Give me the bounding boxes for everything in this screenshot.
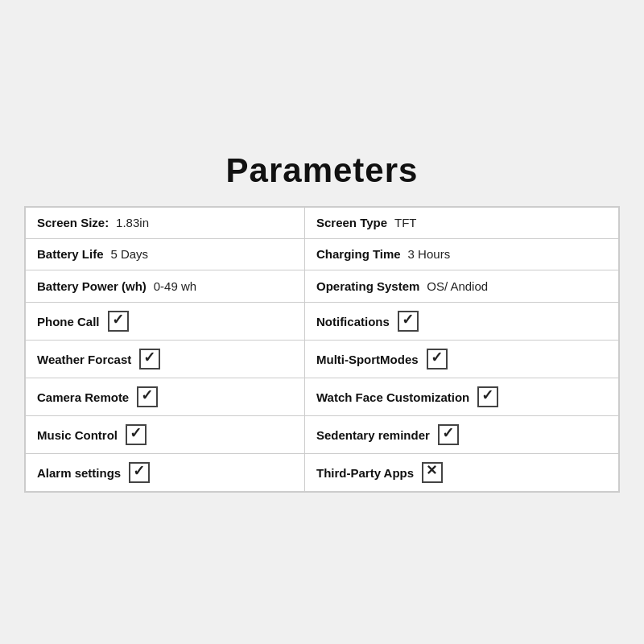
row-4-left: Weather Forcast: [26, 341, 305, 378]
value-left-1: 5 Days: [110, 247, 148, 261]
row-6-right: Sedentary reminder: [304, 416, 618, 454]
checkbox-right-3: [398, 311, 419, 332]
row-4-right: Multi-SportModes: [304, 341, 618, 378]
label-left-2: Battery Power (wh): [37, 279, 147, 293]
label-left-4: Weather Forcast: [37, 353, 131, 366]
value-left-0: 1.83in: [116, 216, 149, 229]
row-0-left: Screen Size: 1.83in: [26, 207, 305, 238]
row-5-left: Camera Remote: [26, 378, 305, 416]
row-0-right: Screen Type TFT: [304, 207, 618, 238]
label-right-5: Watch Face Customization: [316, 390, 469, 406]
label-left-3: Phone Call: [37, 315, 100, 328]
parameters-table: Screen Size: 1.83inScreen Type TFTBatter…: [24, 206, 620, 493]
row-7-left: Alarm settings: [26, 454, 305, 492]
label-left-6: Music Control: [37, 428, 118, 442]
value-left-2: 0-49 wh: [154, 279, 196, 293]
checkbox-left-4: [139, 349, 160, 369]
label-right-6: Sedentary reminder: [316, 428, 430, 442]
row-5-right: Watch Face Customization: [304, 378, 618, 416]
page: 3 Parameters Screen Size: 1.83inScreen T…: [0, 0, 644, 644]
label-left-7: Alarm settings: [37, 466, 121, 480]
label-left-0: Screen Size:: [37, 216, 109, 229]
row-2-left: Battery Power (wh) 0-49 wh: [26, 270, 305, 303]
checkbox-right-6: [438, 424, 459, 445]
checkbox-right-4: [427, 349, 448, 369]
checkbox-right-5: [477, 386, 498, 407]
checkbox-left-6: [126, 424, 147, 445]
label-right-7: Third-Party Apps: [316, 466, 414, 480]
label-right-2: Operating System: [316, 279, 419, 293]
row-1-left: Battery Life 5 Days: [26, 238, 305, 270]
row-1-right: Charging Time 3 Hours: [304, 238, 618, 270]
row-6-left: Music Control: [26, 416, 305, 454]
label-left-1: Battery Life: [37, 247, 104, 261]
label-right-3: Notifications: [316, 315, 390, 328]
content: Parameters Screen Size: 1.83inScreen Typ…: [24, 151, 620, 493]
value-right-1: 3 Hours: [408, 247, 451, 261]
label-right-0: Screen Type: [316, 216, 387, 229]
value-right-0: TFT: [394, 216, 417, 229]
checkbox-left-3: [108, 311, 129, 332]
page-title: Parameters: [24, 151, 620, 190]
value-right-2: OS/ Andiod: [427, 279, 488, 293]
checkbox-left-5: [137, 386, 158, 407]
label-right-4: Multi-SportModes: [316, 353, 419, 366]
checkbox-right-7: [422, 462, 443, 483]
row-7-right: Third-Party Apps: [304, 454, 618, 492]
label-right-1: Charging Time: [316, 247, 401, 261]
row-2-right: Operating System OS/ Andiod: [304, 270, 618, 303]
row-3-right: Notifications: [304, 303, 618, 341]
checkbox-left-7: [129, 462, 150, 483]
row-3-left: Phone Call: [26, 303, 305, 341]
label-left-5: Camera Remote: [37, 390, 129, 404]
